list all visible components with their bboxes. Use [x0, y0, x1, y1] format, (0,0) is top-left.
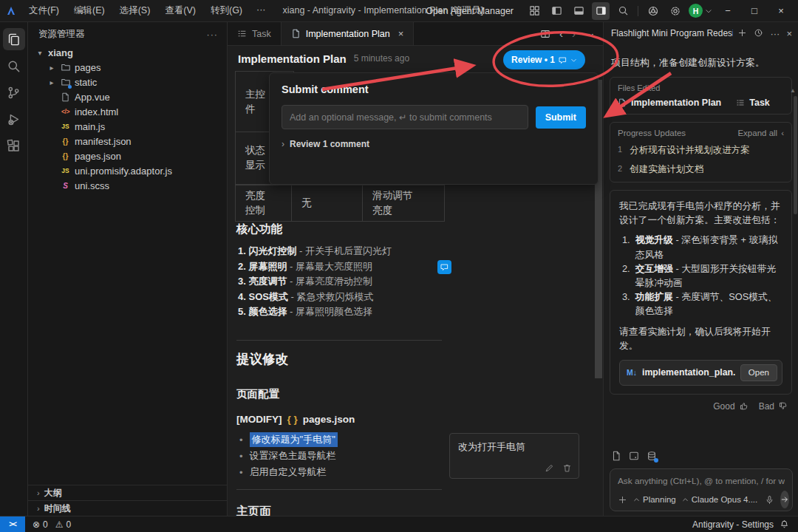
- submit-comment-panel: Submit comment Submit › Review 1 comment: [269, 72, 598, 185]
- remote-indicator[interactable]: ><: [0, 516, 25, 532]
- terminal-icon[interactable]: [629, 451, 639, 461]
- tab-implementation-plan[interactable]: Implementation Plan ×: [282, 22, 415, 45]
- close-tab-icon[interactable]: ×: [398, 28, 404, 39]
- menu-file[interactable]: 文件(F): [22, 2, 66, 19]
- thumbs-up-icon: [739, 401, 748, 411]
- new-file-icon[interactable]: [611, 451, 621, 461]
- history-icon[interactable]: [754, 28, 763, 39]
- file-icon: [618, 98, 627, 107]
- tree-item-index-html[interactable]: </> index.html: [28, 104, 227, 119]
- chat-input[interactable]: [618, 476, 785, 486]
- add-context-icon[interactable]: [618, 495, 627, 505]
- tree-item-app-vue[interactable]: App.vue: [28, 89, 227, 104]
- folder-icon: [60, 77, 71, 88]
- menu-goto[interactable]: 转到(G): [204, 2, 249, 19]
- extensions-icon[interactable]: [3, 134, 25, 157]
- mode-dropdown[interactable]: Planning: [633, 495, 676, 504]
- progress-item[interactable]: 1 分析现有设计并规划改进方案: [618, 144, 784, 157]
- tab-label: Task: [252, 29, 271, 39]
- navigate-forward-icon[interactable]: ›: [572, 27, 576, 40]
- tree-root-xiang[interactable]: ▾ xiang: [28, 45, 227, 60]
- source-control-icon[interactable]: [3, 81, 25, 103]
- file-icon: [60, 92, 71, 103]
- progress-item[interactable]: 2 创建实施计划文档: [618, 163, 784, 176]
- tab-task[interactable]: Task: [228, 22, 282, 45]
- browser-icon[interactable]: [644, 2, 662, 20]
- toggle-sidebar-icon[interactable]: [548, 2, 565, 20]
- review-button[interactable]: Review • 1: [503, 50, 585, 69]
- model-dropdown[interactable]: Claude Opus 4....: [682, 495, 758, 504]
- send-button[interactable]: [780, 491, 789, 508]
- run-debug-icon[interactable]: [3, 108, 25, 130]
- core-features-heading: 核心功能: [236, 222, 282, 237]
- mic-icon[interactable]: [765, 495, 774, 505]
- tree-item-uni-scss[interactable]: S uni.scss: [28, 178, 227, 193]
- table-cell: 亮度控制: [245, 188, 269, 217]
- expand-all-button[interactable]: Expand all ‹: [737, 129, 784, 137]
- scroll-up-icon[interactable]: ▲: [790, 87, 796, 94]
- navigate-back-icon[interactable]: ‹: [559, 27, 563, 40]
- chevron-right-icon: ›: [37, 504, 40, 513]
- account-avatar[interactable]: H: [689, 2, 712, 20]
- toggle-secondary-sidebar-icon[interactable]: [592, 2, 610, 20]
- panel-more-icon[interactable]: ···: [770, 28, 780, 39]
- bell-icon[interactable]: [780, 519, 789, 529]
- tree-item-uni-promisify[interactable]: JS uni.promisify.adaptor.js: [28, 163, 227, 178]
- explorer-more-icon[interactable]: ···: [207, 30, 219, 40]
- comment-card-text: 改为打开手电筒: [458, 441, 525, 452]
- progress-updates-label: Progress Updates: [618, 129, 686, 137]
- explorer-title: 资源管理器: [38, 28, 85, 41]
- chevron-right-icon: ›: [37, 488, 40, 497]
- submit-button[interactable]: Submit: [536, 106, 586, 129]
- edited-file-plan[interactable]: Implementation Plan: [631, 98, 721, 108]
- comment-message-input[interactable]: [282, 105, 528, 129]
- plan-file-name: implementation_plan.md: [642, 366, 735, 379]
- split-editor-icon[interactable]: [540, 29, 550, 39]
- file-tree: ▾ xiang ▸ pages ▸ static App.vue </> ind…: [28, 45, 227, 193]
- edited-file-task[interactable]: Task: [749, 98, 770, 108]
- timeline-section[interactable]: › 时间线: [28, 500, 227, 516]
- good-feedback-button[interactable]: Good: [713, 401, 748, 412]
- menu-selection[interactable]: 选择(S): [113, 2, 157, 19]
- highlighted-text[interactable]: 修改标题为"手电筒": [250, 432, 338, 447]
- page-config-heading: 页面配置: [236, 387, 279, 401]
- toggle-panel-icon[interactable]: [570, 2, 587, 20]
- agent-panel-scrollbar[interactable]: [794, 96, 797, 214]
- tree-item-main-js[interactable]: JS main.js: [28, 119, 227, 134]
- tree-item-static[interactable]: ▸ static: [28, 75, 227, 89]
- minimize-button[interactable]: −: [717, 1, 739, 21]
- tree-item-pages-json[interactable]: {} pages.json: [28, 149, 227, 163]
- menu-view[interactable]: 查看(V): [158, 2, 202, 19]
- close-button[interactable]: ×: [770, 1, 792, 21]
- menu-more-icon[interactable]: ···: [250, 2, 272, 19]
- open-plan-button[interactable]: Open: [740, 364, 777, 381]
- chat-composer: Planning Claude Opus 4....: [610, 468, 793, 511]
- customize-layout-icon[interactable]: [525, 2, 543, 20]
- search-sidebar-icon[interactable]: [3, 55, 25, 77]
- tree-item-pages[interactable]: ▸ pages: [28, 60, 227, 75]
- knowledge-base-icon[interactable]: [647, 451, 657, 461]
- explorer-icon[interactable]: [3, 28, 25, 50]
- problems-indicator[interactable]: ⊗ 0 ⚠ 0: [33, 519, 71, 530]
- settings-status-label[interactable]: Antigravity - Settings: [692, 519, 774, 530]
- gear-icon[interactable]: [666, 2, 684, 20]
- outline-section[interactable]: › 大纲: [28, 485, 227, 500]
- editor-more-icon[interactable]: ···: [584, 28, 594, 39]
- maximize-button[interactable]: □: [743, 1, 765, 21]
- delete-comment-icon[interactable]: [562, 463, 572, 473]
- search-icon[interactable]: [614, 2, 632, 20]
- inline-comment-badge[interactable]: [437, 260, 451, 274]
- edit-comment-icon[interactable]: [545, 463, 554, 473]
- editor-area: Task Implementation Plan × ‹ › ··· Imple…: [228, 22, 603, 516]
- close-panel-icon[interactable]: ×: [786, 28, 792, 39]
- sass-icon: S: [60, 180, 71, 191]
- bad-feedback-button[interactable]: Bad: [759, 401, 788, 412]
- bullet-icon: •: [239, 467, 243, 478]
- review-comments-toggle[interactable]: › Review 1 comment: [282, 139, 586, 149]
- message-list-item: 2.交互增强 - 大型圆形开关按钮带光晕脉冲动画: [622, 262, 782, 290]
- tree-item-manifest-json[interactable]: {} manifest.json: [28, 134, 227, 149]
- feature-item: 5. 颜色选择 - 屏幕照明颜色选择: [238, 305, 392, 321]
- new-conversation-icon[interactable]: [737, 28, 747, 39]
- plan-file-card[interactable]: M↓ implementation_plan.md Open: [619, 360, 782, 386]
- menu-edit[interactable]: 编辑(E): [67, 2, 112, 19]
